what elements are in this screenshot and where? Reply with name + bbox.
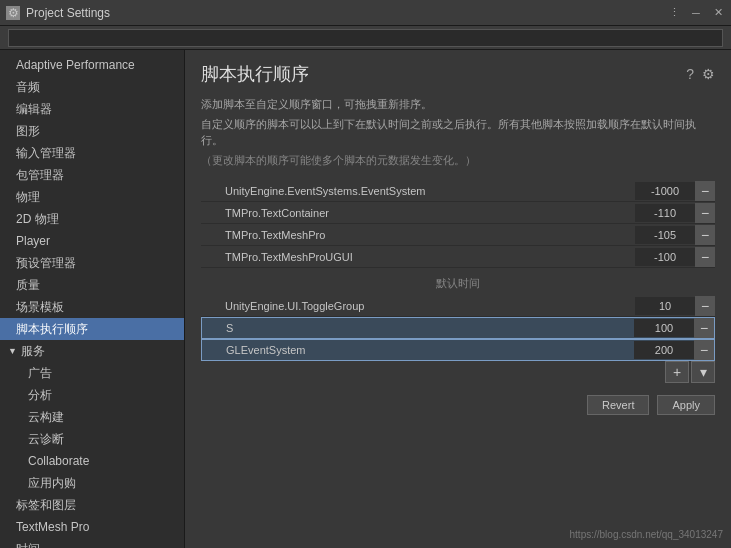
sidebar-item-5[interactable]: 包管理器 <box>0 164 184 186</box>
sidebar-item-7[interactable]: 2D 物理 <box>0 208 184 230</box>
add-script-dropdown[interactable]: ▾ <box>691 361 715 383</box>
script-row-after-2: GLEventSystem − <box>201 339 715 361</box>
add-script-button[interactable]: + <box>665 361 689 383</box>
script-name: TMPro.TextMeshPro <box>217 229 635 241</box>
sidebar-item-8[interactable]: Player <box>0 230 184 252</box>
desc3: （更改脚本的顺序可能使多个脚本的元数据发生变化。） <box>201 152 715 168</box>
content-panel: 脚本执行顺序 ? ⚙ 添加脚本至自定义顺序窗口，可拖拽重新排序。 自定义顺序的脚… <box>185 50 731 548</box>
close-button[interactable]: ✕ <box>711 6 725 20</box>
help-icon[interactable]: ? <box>686 66 694 82</box>
sidebar: Adaptive Performance音频编辑器图形输入管理器包管理器物理2D… <box>0 50 185 548</box>
minimize-button[interactable]: ─ <box>689 6 703 20</box>
sidebar-item-1[interactable]: 音频 <box>0 76 184 98</box>
sidebar-item-14[interactable]: 广告 <box>0 362 184 384</box>
script-value-input[interactable] <box>635 204 695 222</box>
sidebar-item-15[interactable]: 分析 <box>0 384 184 406</box>
bottom-bar: Revert Apply <box>201 387 715 419</box>
header-icons: ? ⚙ <box>686 66 715 82</box>
add-row: + ▾ <box>201 361 715 383</box>
sidebar-item-20[interactable]: 标签和图层 <box>0 494 184 516</box>
script-row-after-1: S − <box>201 317 715 339</box>
script-remove-button[interactable]: − <box>694 318 714 338</box>
script-name: TMPro.TextContainer <box>217 207 635 219</box>
title-bar: ⚙ Project Settings ⋮ ─ ✕ <box>0 0 731 26</box>
sidebar-group-label: 服务 <box>21 342 45 360</box>
search-bar <box>0 26 731 50</box>
script-value-input[interactable] <box>634 341 694 359</box>
script-remove-button[interactable]: − <box>695 203 715 223</box>
sidebar-item-12[interactable]: 脚本执行顺序 <box>0 318 184 340</box>
script-value-input[interactable] <box>635 226 695 244</box>
script-row-before-2: TMPro.TextMeshPro − <box>201 224 715 246</box>
sidebar-item-10[interactable]: 质量 <box>0 274 184 296</box>
sidebar-item-2[interactable]: 编辑器 <box>0 98 184 120</box>
sidebar-item-0[interactable]: Adaptive Performance <box>0 54 184 76</box>
sidebar-item-22[interactable]: 时间 <box>0 538 184 548</box>
script-row-after-0: UnityEngine.UI.ToggleGroup − <box>201 295 715 317</box>
desc2: 自定义顺序的脚本可以以上到下在默认时间之前或之后执行。所有其他脚本按照加载顺序在… <box>201 116 715 148</box>
script-remove-button[interactable]: − <box>695 225 715 245</box>
script-remove-button[interactable]: − <box>695 247 715 267</box>
search-input[interactable] <box>8 29 723 47</box>
main-layout: Adaptive Performance音频编辑器图形输入管理器包管理器物理2D… <box>0 50 731 548</box>
script-remove-button[interactable]: − <box>694 340 714 360</box>
watermark: https://blog.csdn.net/qq_34013247 <box>570 529 723 540</box>
desc1: 添加脚本至自定义顺序窗口，可拖拽重新排序。 <box>201 96 715 112</box>
sidebar-item-6[interactable]: 物理 <box>0 186 184 208</box>
group-arrow: ▼ <box>8 342 17 360</box>
script-name: GLEventSystem <box>218 344 634 356</box>
settings-icon: ⚙ <box>6 6 20 20</box>
script-name: UnityEngine.EventSystems.EventSystem <box>217 185 635 197</box>
sidebar-item-16[interactable]: 云构建 <box>0 406 184 428</box>
script-name: S <box>218 322 634 334</box>
script-remove-button[interactable]: − <box>695 181 715 201</box>
gear-icon[interactable]: ⚙ <box>702 66 715 82</box>
sidebar-item-11[interactable]: 场景模板 <box>0 296 184 318</box>
script-row-before-1: TMPro.TextContainer − <box>201 202 715 224</box>
sidebar-item-21[interactable]: TextMesh Pro <box>0 516 184 538</box>
script-name: UnityEngine.UI.ToggleGroup <box>217 300 635 312</box>
sidebar-item-3[interactable]: 图形 <box>0 120 184 142</box>
content-header: 脚本执行顺序 ? ⚙ <box>201 62 715 86</box>
sidebar-item-17[interactable]: 云诊断 <box>0 428 184 450</box>
script-name: TMPro.TextMeshProUGUI <box>217 251 635 263</box>
sidebar-item-9[interactable]: 预设管理器 <box>0 252 184 274</box>
script-value-input[interactable] <box>635 297 695 315</box>
revert-button[interactable]: Revert <box>587 395 649 415</box>
script-value-input[interactable] <box>635 182 695 200</box>
section-label: 默认时间 <box>201 276 715 291</box>
title-bar-left: ⚙ Project Settings <box>6 6 110 20</box>
page-title: 脚本执行顺序 <box>201 62 309 86</box>
script-row-before-0: UnityEngine.EventSystems.EventSystem − <box>201 180 715 202</box>
menu-button[interactable]: ⋮ <box>667 6 681 20</box>
sidebar-item-19[interactable]: 应用内购 <box>0 472 184 494</box>
script-row-before-3: TMPro.TextMeshProUGUI − <box>201 246 715 268</box>
script-remove-button[interactable]: − <box>695 296 715 316</box>
window-title: Project Settings <box>26 6 110 20</box>
title-bar-controls: ⋮ ─ ✕ <box>667 6 725 20</box>
sidebar-item-18[interactable]: Collaborate <box>0 450 184 472</box>
apply-button[interactable]: Apply <box>657 395 715 415</box>
sidebar-group-服务[interactable]: ▼服务 <box>0 340 184 362</box>
sidebar-item-4[interactable]: 输入管理器 <box>0 142 184 164</box>
script-value-input[interactable] <box>634 319 694 337</box>
script-value-input[interactable] <box>635 248 695 266</box>
